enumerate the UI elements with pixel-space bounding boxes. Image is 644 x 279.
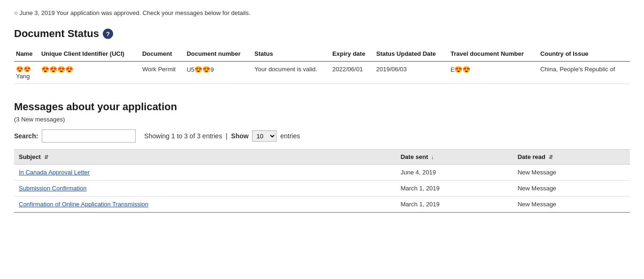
- msg-subject-link[interactable]: Confirmation of Online Application Trans…: [19, 201, 148, 208]
- search-row: Search: Showing 1 to 3 of 3 entries | Sh…: [14, 129, 630, 143]
- document-status-table: Name Unique Client Identifier (UCI) Docu…: [14, 47, 630, 84]
- travel-num-prefix: E: [451, 66, 455, 73]
- msg-date-sent-cell: March 1, 2019: [396, 196, 513, 213]
- show-label: Show: [231, 132, 248, 140]
- document-status-section: Document Status ? Name Unique Client Ide…: [14, 28, 630, 84]
- msg-date-read-cell: New Message: [513, 165, 630, 181]
- messages-section: Messages about your application (3 New m…: [14, 101, 630, 213]
- doc-travel-num-cell: E😍😍: [449, 61, 538, 84]
- messages-title: Messages about your application: [14, 101, 630, 113]
- th-document: Document: [140, 47, 185, 61]
- search-input[interactable]: [42, 129, 136, 143]
- doc-num-suffix: 9: [210, 66, 214, 73]
- msg-header-row: Subject ⇵ Date sent ↓ Date read ⇵: [14, 150, 630, 165]
- new-messages-count: (3 New messages): [14, 116, 630, 123]
- th-msg-date-read[interactable]: Date read ⇵: [513, 150, 630, 165]
- msg-subject-cell: Submission Confirmation: [14, 181, 396, 196]
- date-read-sort-icon: ⇵: [549, 154, 553, 160]
- document-status-title: Document Status ?: [14, 28, 630, 40]
- travel-num-emoji: 😍😍: [454, 66, 470, 73]
- subject-sort-icon: ⇵: [44, 154, 48, 160]
- help-icon[interactable]: ?: [103, 29, 113, 39]
- doc-num-emoji: 😍😍: [194, 66, 210, 73]
- bullet-icon: ○: [14, 9, 18, 16]
- doc-table-row: 😍😍 Yang 😍😍😍😍 Work Permit U5😍😍9 Your docu…: [14, 61, 630, 84]
- doc-uci-cell: 😍😍😍😍: [39, 61, 140, 84]
- search-label: Search:: [14, 132, 38, 140]
- showing-text: Showing 1 to 3 of 3 entries | Show 10 25…: [144, 130, 300, 142]
- th-expiry-date: Expiry date: [330, 47, 374, 61]
- doc-document-cell: Work Permit: [140, 61, 185, 84]
- doc-number-cell: U5😍😍9: [185, 61, 253, 84]
- doc-expiry-cell: 2022/06/01: [330, 61, 374, 84]
- messages-table: Subject ⇵ Date sent ↓ Date read ⇵ In Can…: [14, 149, 630, 213]
- th-travel-doc-number: Travel document Number: [449, 47, 538, 61]
- msg-subject-cell: In Canada Approval Letter: [14, 165, 396, 181]
- date-sent-sort-icon: ↓: [431, 154, 434, 160]
- doc-status-cell: Your document is valid.: [253, 61, 330, 84]
- doc-country-cell: China, People's Republic of: [538, 61, 630, 84]
- th-msg-date-sent[interactable]: Date sent ↓: [396, 150, 513, 165]
- msg-date-read-cell: New Message: [513, 196, 630, 213]
- doc-num-prefix: U5: [187, 66, 195, 73]
- th-name: Name: [14, 47, 39, 61]
- msg-subject-link[interactable]: In Canada Approval Letter: [19, 169, 90, 176]
- msg-row: In Canada Approval LetterJune 4, 2019New…: [14, 165, 630, 181]
- th-doc-number: Document number: [185, 47, 253, 61]
- msg-date-sent-cell: March 1, 2019: [396, 181, 513, 196]
- th-msg-subject[interactable]: Subject ⇵: [14, 150, 396, 165]
- th-status-updated-date: Status Updated Date: [374, 47, 448, 61]
- msg-date-sent-cell: June 4, 2019: [396, 165, 513, 181]
- doc-status-date-cell: 2019/06/03: [374, 61, 448, 84]
- doc-name-cell: 😍😍 Yang: [14, 61, 39, 84]
- uci-emoji: 😍😍😍😍: [41, 66, 73, 73]
- entries-label: entries: [280, 132, 300, 140]
- msg-subject-cell: Confirmation of Online Application Trans…: [14, 196, 396, 213]
- th-uci: Unique Client Identifier (UCI): [39, 47, 140, 61]
- msg-row: Submission ConfirmationMarch 1, 2019New …: [14, 181, 630, 196]
- msg-date-read-cell: New Message: [513, 181, 630, 196]
- entries-select[interactable]: 10 25 50 100: [252, 130, 276, 142]
- top-notice-text: June 3, 2019 Your application was approv…: [19, 9, 250, 16]
- msg-subject-link[interactable]: Submission Confirmation: [19, 185, 87, 192]
- doc-table-header-row: Name Unique Client Identifier (UCI) Docu…: [14, 47, 630, 61]
- th-country-of-issue: Country of Issue: [538, 47, 630, 61]
- top-notice: ○ June 3, 2019 Your application was appr…: [14, 9, 630, 16]
- name-emoji: 😍😍: [16, 66, 36, 73]
- th-status: Status: [253, 47, 330, 61]
- msg-row: Confirmation of Online Application Trans…: [14, 196, 630, 213]
- name-text: Yang: [16, 73, 36, 80]
